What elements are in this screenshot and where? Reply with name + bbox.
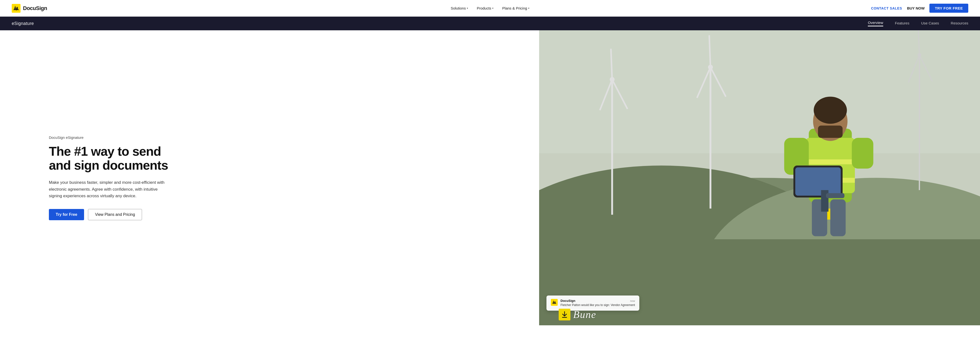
hero-description: Make your business faster, simpler and m… [49,179,166,199]
nav-right-actions: CONTACT SALES BUY NOW TRY FOR FREE [871,4,968,13]
notification-brand: DocuSign [561,299,576,302]
notification-docusign-icon [551,299,558,306]
hero-eyebrow: DocuSign eSignature [49,135,525,140]
svg-point-11 [609,77,614,82]
hero-content: DocuSign eSignature The #1 way to sendan… [0,30,539,325]
sub-nav-use-cases[interactable]: Use Cases [921,21,939,26]
docusign-logo-icon [12,4,21,13]
nav-solutions[interactable]: Solutions ▾ [451,6,468,10]
sub-nav-features[interactable]: Features [895,21,909,26]
svg-rect-27 [852,138,873,169]
signature-text: Bune [573,309,596,320]
contact-sales-button[interactable]: CONTACT SALES [871,6,902,10]
signature-icon [559,309,570,320]
main-nav: Solutions ▾ Products ▾ Plans & Pricing ▾ [451,6,529,10]
buy-now-button[interactable]: BUY NOW [907,6,924,10]
sub-nav-brand: eSignature [12,21,34,26]
notification-time: now [630,299,635,302]
sub-navigation: eSignature Overview Features Use Cases R… [0,17,980,30]
svg-point-16 [708,65,713,70]
notification-header: DocuSign now [561,299,635,302]
notification-content: DocuSign now Fletcher Patton would like … [561,299,635,307]
svg-rect-35 [830,199,846,236]
chevron-down-icon: ▾ [492,7,493,10]
nav-plans-pricing[interactable]: Plans & Pricing ▾ [502,6,529,10]
notification-overlay: DocuSign now Fletcher Patton would like … [546,296,640,311]
signature-area: Bune [559,309,596,320]
nav-products[interactable]: Products ▾ [477,6,493,10]
svg-rect-24 [805,159,854,164]
logo-text: DocuSign [23,5,47,11]
chevron-down-icon: ▾ [467,7,468,10]
svg-rect-6 [539,30,980,153]
svg-rect-37 [826,193,844,198]
top-navigation: DocuSign Solutions ▾ Products ▾ Plans & … [0,0,980,17]
svg-rect-29 [795,167,841,196]
try-for-free-button[interactable]: Try for Free [49,209,84,220]
hero-title: The #1 way to sendand sign documents [49,145,525,172]
download-arrow-icon [561,311,568,318]
try-for-free-nav-button[interactable]: TRY FOR FREE [929,4,968,13]
hero-background-image [539,30,980,325]
sub-nav-resources[interactable]: Resources [951,21,968,26]
hero-image-area: DocuSign now Fletcher Patton would like … [539,30,980,325]
chevron-down-icon: ▾ [528,7,529,10]
notification-message: Fletcher Patton would like you to sign: … [561,303,635,307]
svg-rect-39 [562,317,567,318]
view-plans-pricing-button[interactable]: View Plans and Pricing [88,209,142,220]
svg-rect-32 [818,126,843,138]
svg-rect-5 [539,239,980,325]
svg-point-31 [814,97,847,124]
sub-nav-overview[interactable]: Overview [868,21,883,26]
logo[interactable]: DocuSign [12,4,47,13]
svg-point-21 [918,53,921,57]
sub-nav-links: Overview Features Use Cases Resources [868,21,968,26]
hero-section: DocuSign eSignature The #1 way to sendan… [0,30,980,325]
hero-cta-buttons: Try for Free View Plans and Pricing [49,209,525,220]
